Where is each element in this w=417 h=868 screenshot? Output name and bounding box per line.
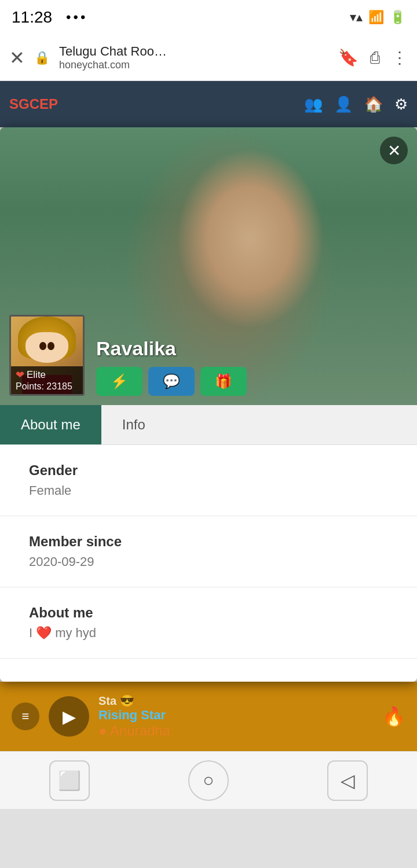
- elite-badge: ❤ Elite Points: 23185: [11, 366, 83, 394]
- modal-close-button[interactable]: ✕: [380, 137, 408, 164]
- play-button[interactable]: ▶: [49, 696, 89, 737]
- status-dots: •••: [66, 9, 87, 25]
- about-me-label: About me: [29, 605, 388, 621]
- page-title: Telugu Chat Roo…: [59, 44, 329, 59]
- share-icon[interactable]: ⎙: [370, 49, 380, 67]
- about-me-row: About me I ❤️ my hyd: [0, 587, 417, 659]
- gift-icon: 🎁: [215, 373, 232, 389]
- bottom-username: ● Anuradha: [98, 723, 373, 739]
- doll-left-eye: [39, 342, 46, 350]
- status-icons: ▾▴ 📶 🔋: [350, 10, 405, 25]
- gender-row: Gender Female: [0, 445, 417, 516]
- chat-bg-icons: 👥 👤 🏠 ⚙: [304, 95, 408, 113]
- username-area: Ravalika ⚡ 💬 🎁: [96, 337, 408, 396]
- chat-background-bar: SGCEP 👥 👤 🏠 ⚙: [0, 81, 417, 127]
- profile-icon[interactable]: 👤: [334, 95, 353, 113]
- back-arrow-icon: ◁: [341, 770, 355, 792]
- profile-bottom-area: ❤ Elite Points: 23185 Ravalika ⚡ 💬: [0, 306, 417, 405]
- flash-icon: ⚡: [111, 373, 128, 389]
- bottom-tag: Sta 😎: [98, 694, 373, 708]
- browser-close-button[interactable]: ✕: [9, 49, 25, 67]
- profile-image-area: ✕ ❤ Eli: [0, 127, 417, 405]
- square-icon: ⬜: [58, 770, 81, 792]
- browser-bar: ✕ 🔒 Telugu Chat Roo… honeychat.com 🔖 ⎙ ⋮: [0, 35, 417, 81]
- equalizer-icon[interactable]: ≡: [12, 703, 39, 730]
- avatar-thumbnail: ❤ Elite Points: 23185: [9, 315, 85, 396]
- menu-icon[interactable]: ⋮: [392, 48, 408, 67]
- about-prefix: I: [29, 626, 32, 641]
- domain-label: honeychat.com: [59, 59, 329, 71]
- recents-button[interactable]: ⬜: [49, 760, 90, 801]
- member-since-value: 2020-09-29: [29, 554, 388, 569]
- about-suffix: my hyd: [55, 626, 96, 641]
- back-button[interactable]: ◁: [327, 760, 368, 801]
- battery-icon: 🔋: [390, 10, 405, 25]
- wifi-icon: ▾▴: [350, 10, 363, 25]
- sunglasses-icon: 😎: [120, 694, 134, 707]
- url-area[interactable]: Telugu Chat Roo… honeychat.com: [59, 44, 329, 71]
- bottom-chat-bar: ≡ ▶ Sta 😎 Rising Star ● Anuradha 🔥: [0, 682, 417, 751]
- browser-action-buttons: 🔖 ⎙ ⋮: [338, 48, 408, 67]
- member-since-row: Member since 2020-09-29: [0, 516, 417, 587]
- chat-button[interactable]: 💬: [148, 367, 195, 396]
- flash-button[interactable]: ⚡: [96, 367, 142, 396]
- sta-label: Sta: [98, 694, 116, 707]
- status-time: 11:28: [12, 8, 52, 27]
- member-since-label: Member since: [29, 534, 388, 550]
- bottom-name-text: Anuradha: [110, 723, 170, 738]
- fire-icon: 🔥: [382, 705, 405, 727]
- action-buttons: ⚡ 💬 🎁: [96, 367, 408, 396]
- tab-info[interactable]: Info: [101, 405, 166, 444]
- gender-value: Female: [29, 483, 388, 498]
- elite-label: ❤ Elite: [16, 369, 78, 381]
- circle-icon: ○: [203, 770, 214, 791]
- heart-icon: ❤: [16, 369, 24, 381]
- signal-icon: 📶: [368, 10, 384, 25]
- home-icon[interactable]: 🏠: [364, 95, 383, 113]
- chat-title: SGCEP: [9, 96, 58, 112]
- chat-icon: 💬: [163, 373, 180, 389]
- rising-star-label: Rising Star: [98, 708, 373, 723]
- points-label: Points: 23185: [16, 381, 78, 392]
- profile-tabs: About me Info: [0, 405, 417, 445]
- profile-username: Ravalika: [96, 337, 408, 360]
- doll-right-eye: [47, 342, 54, 350]
- doll-eyes: [25, 342, 68, 350]
- settings-icon[interactable]: ⚙: [394, 95, 408, 113]
- user-avatar-small: ●: [98, 723, 107, 738]
- status-bar: 11:28 ••• ▾▴ 📶 🔋: [0, 0, 417, 35]
- gender-label: Gender: [29, 462, 388, 479]
- lock-icon: 🔒: [34, 50, 50, 65]
- bottom-text-area: Sta 😎 Rising Star ● Anuradha: [98, 694, 373, 739]
- content-area: Gender Female Member since 2020-09-29 Ab…: [0, 445, 417, 682]
- close-icon: ✕: [387, 141, 401, 160]
- group-icon[interactable]: 👥: [304, 95, 323, 113]
- navigation-bar: ⬜ ○ ◁: [0, 751, 417, 809]
- heart-emoji-icon: ❤️: [36, 626, 52, 641]
- gift-button[interactable]: 🎁: [200, 367, 247, 396]
- about-me-value: I ❤️ my hyd: [29, 626, 388, 641]
- bookmark-icon[interactable]: 🔖: [338, 48, 359, 67]
- tab-about-me[interactable]: About me: [0, 405, 101, 444]
- home-button[interactable]: ○: [188, 760, 229, 801]
- profile-modal: ✕ ❤ Eli: [0, 127, 417, 682]
